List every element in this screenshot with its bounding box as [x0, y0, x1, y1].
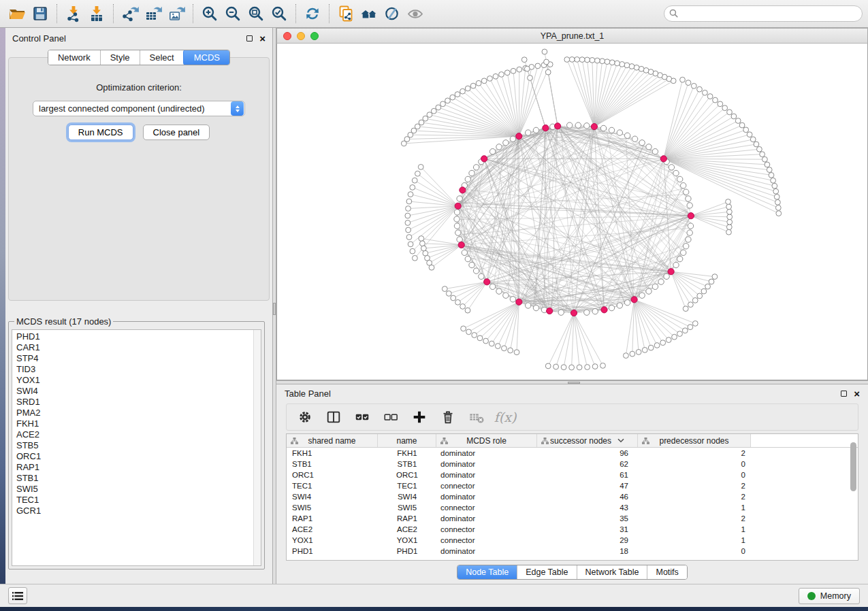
import-table-button[interactable] [85, 3, 108, 24]
table-row[interactable]: ORC1ORC1dominator610 [287, 469, 858, 480]
cell-MCDS-role[interactable]: dominator [436, 546, 537, 557]
cell-name[interactable]: SWI5 [378, 502, 436, 513]
table-scrollbar-thumb[interactable] [850, 442, 856, 491]
cell-predecessor-nodes[interactable]: 1 [638, 524, 751, 535]
zoom-out-button[interactable] [221, 3, 244, 24]
cell-shared-name[interactable]: STB1 [287, 459, 378, 469]
mcds-result-item[interactable]: ORC1 [16, 451, 261, 462]
import-network-button[interactable] [62, 3, 85, 24]
mcds-result-item[interactable]: PMA2 [16, 408, 261, 418]
cell-MCDS-role[interactable]: dominator [436, 459, 537, 469]
mcds-list-scrollbar[interactable] [253, 330, 261, 565]
cell-MCDS-role[interactable]: dominator [436, 469, 537, 480]
mcds-result-item[interactable]: PHD1 [16, 331, 261, 342]
cell-predecessor-nodes[interactable]: 0 [638, 459, 751, 469]
tab-edge-table[interactable]: Edge Table [517, 565, 576, 579]
mcds-result-item[interactable]: TEC1 [16, 495, 261, 506]
cell-successor-nodes[interactable]: 43 [537, 502, 638, 513]
cell-predecessor-nodes[interactable]: 2 [638, 513, 751, 524]
hide-selected-button[interactable] [381, 3, 404, 24]
tab-network[interactable]: Network [48, 50, 100, 65]
mcds-result-item[interactable]: CAR1 [16, 342, 261, 353]
cell-predecessor-nodes[interactable]: 0 [638, 469, 751, 480]
mcds-result-item[interactable]: SWI4 [16, 386, 261, 397]
deselect-all-rows-button[interactable] [381, 407, 401, 427]
mcds-result-item[interactable]: STB5 [16, 440, 261, 451]
cell-successor-nodes[interactable]: 31 [537, 524, 638, 535]
cell-MCDS-role[interactable]: connector [436, 480, 537, 491]
create-column-button[interactable] [409, 407, 430, 427]
cell-shared-name[interactable]: ACE2 [287, 524, 378, 535]
neighborhood-button[interactable] [357, 3, 381, 24]
cell-predecessor-nodes[interactable]: 0 [638, 546, 751, 557]
network-window-titlebar[interactable]: YPA_prune.txt_1 [276, 28, 868, 44]
column-header-predecessor-nodes[interactable]: predecessor nodes [638, 434, 751, 447]
zoom-selected-button[interactable] [268, 3, 291, 24]
tab-motifs[interactable]: Motifs [647, 565, 686, 579]
save-session-button[interactable] [29, 3, 52, 24]
cell-predecessor-nodes[interactable]: 2 [638, 480, 751, 491]
cell-name[interactable]: ACE2 [378, 524, 436, 535]
cell-name[interactable]: FKH1 [378, 448, 436, 459]
cell-successor-nodes[interactable]: 61 [537, 469, 638, 480]
cell-name[interactable]: YOX1 [378, 535, 436, 546]
task-history-button[interactable] [8, 587, 27, 604]
zoom-in-button[interactable] [198, 3, 221, 24]
mcds-result-item[interactable]: YOX1 [16, 375, 261, 386]
network-view-canvas[interactable] [276, 44, 868, 380]
cell-MCDS-role[interactable]: connector [436, 502, 537, 513]
search-input[interactable] [664, 5, 863, 22]
mcds-result-item[interactable]: STB1 [16, 473, 261, 484]
cell-MCDS-role[interactable]: dominator [436, 513, 537, 524]
column-header-MCDS-role[interactable]: MCDS role [436, 434, 537, 447]
tab-mcds[interactable]: MCDS [183, 50, 230, 65]
new-network-from-selection-button[interactable] [334, 3, 357, 24]
apply-layout-button[interactable] [301, 3, 324, 24]
cell-shared-name[interactable]: RAP1 [287, 513, 378, 524]
table-close-panel-icon[interactable]: × [854, 391, 860, 397]
cell-successor-nodes[interactable]: 18 [537, 546, 638, 557]
vertical-splitter-handle[interactable] [273, 303, 276, 315]
table-row[interactable]: SWI4SWI4dominator462 [287, 491, 858, 502]
open-file-button[interactable] [5, 3, 29, 24]
export-network-button[interactable] [118, 3, 142, 24]
optimization-criterion-select[interactable]: largest connected component (undirected) [33, 101, 245, 116]
delete-columns-button[interactable] [438, 407, 458, 427]
table-row[interactable]: YOX1YOX1connector291 [287, 535, 858, 546]
cell-shared-name[interactable]: SWI5 [287, 502, 378, 513]
cell-successor-nodes[interactable]: 96 [537, 448, 638, 459]
cell-name[interactable]: ORC1 [378, 469, 436, 480]
tab-select[interactable]: Select [140, 50, 184, 65]
cell-shared-name[interactable]: FKH1 [287, 448, 378, 459]
horizontal-splitter-handle[interactable] [568, 382, 580, 384]
cell-successor-nodes[interactable]: 62 [537, 459, 638, 469]
table-row[interactable]: PHD1PHD1dominator180 [287, 546, 858, 557]
memory-button[interactable]: Memory [799, 588, 860, 604]
table-row[interactable]: STB1STB1dominator620 [287, 459, 858, 469]
select-all-rows-button[interactable] [352, 407, 372, 427]
close-panel-icon[interactable]: × [259, 35, 266, 42]
float-panel-icon[interactable] [246, 35, 253, 42]
tab-network-table[interactable]: Network Table [577, 565, 647, 579]
cell-MCDS-role[interactable]: connector [436, 524, 537, 535]
mcds-result-item[interactable]: FKH1 [16, 418, 261, 429]
mcds-result-item[interactable]: TID3 [16, 364, 261, 375]
cell-shared-name[interactable]: PHD1 [287, 546, 378, 557]
cell-MCDS-role[interactable]: dominator [436, 448, 537, 459]
cell-MCDS-role[interactable]: dominator [436, 491, 537, 502]
mcds-result-list[interactable]: PHD1CAR1STP4TID3YOX1SWI4SRD1PMA2FKH1ACE2… [12, 329, 261, 566]
table-row[interactable]: RAP1RAP1dominator352 [287, 513, 858, 524]
column-header-shared-name[interactable]: shared name [287, 434, 378, 447]
table-row[interactable]: FKH1FKH1dominator962 [287, 448, 858, 459]
cell-name[interactable]: RAP1 [378, 513, 436, 524]
tab-style[interactable]: Style [100, 50, 140, 65]
run-mcds-button[interactable]: Run MCDS [68, 125, 133, 140]
cell-shared-name[interactable]: ORC1 [287, 469, 378, 480]
cell-successor-nodes[interactable]: 35 [537, 513, 638, 524]
mcds-result-item[interactable]: SWI5 [16, 484, 261, 495]
mcds-result-item[interactable]: SRD1 [16, 397, 261, 408]
cell-name[interactable]: TEC1 [378, 480, 436, 491]
cell-predecessor-nodes[interactable]: 1 [638, 535, 751, 546]
mcds-result-item[interactable]: STP4 [16, 353, 261, 364]
tab-node-table[interactable]: Node Table [457, 565, 517, 580]
